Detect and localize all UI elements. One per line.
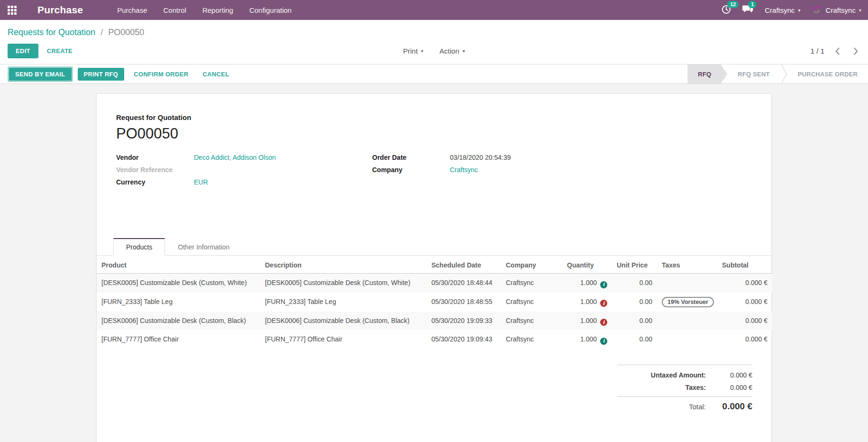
untaxed-amount-label: Untaxed Amount: — [651, 371, 706, 379]
taxes-row: Taxes: 0.000 € — [617, 381, 752, 394]
cell-subtotal: 0.000 € — [717, 274, 772, 293]
document-type-label: Request for Quotation — [116, 113, 752, 121]
header-description[interactable]: Description — [260, 256, 427, 274]
print-dropdown[interactable]: Print ▾ — [403, 47, 423, 55]
total-value: 0.000 € — [706, 401, 752, 412]
cancel-button[interactable]: CANCEL — [198, 68, 234, 81]
breadcrumb-parent-link[interactable]: Requests for Quotation — [8, 28, 95, 37]
cell-unit-price: 0.00 — [612, 293, 657, 312]
print-dropdown-label: Print — [403, 47, 418, 55]
cell-description: [DESK0005] Customizable Desk (Custom, Wh… — [260, 274, 427, 293]
currency-value[interactable]: EUR — [194, 178, 208, 186]
cell-taxes: 19% Vorsteuer — [657, 293, 717, 312]
control-panel: Requests for Quotation / PO00050 EDIT CR… — [0, 20, 868, 64]
cell-scheduled-date: 05/30/2020 19:09:33 — [427, 312, 501, 331]
menu-control[interactable]: Control — [164, 6, 186, 14]
forecast-info-icon[interactable]: i — [600, 338, 607, 345]
print-rfq-button[interactable]: PRINT RFQ — [78, 68, 125, 81]
header-company[interactable]: Company — [501, 256, 562, 274]
company-switcher[interactable]: Craftsync ▾ — [765, 6, 800, 14]
cell-company: Craftsync — [501, 293, 562, 312]
activities-button[interactable]: 12 — [722, 5, 731, 16]
action-dropdown[interactable]: Action ▾ — [439, 47, 465, 55]
header-subtotal[interactable]: Subtotal — [717, 256, 772, 274]
menu-reporting[interactable]: Reporting — [202, 6, 233, 14]
user-menu[interactable]: S Craftsync ▾ — [812, 4, 861, 16]
totals-block: Untaxed Amount: 0.000 € Taxes: 0.000 € T… — [617, 365, 752, 414]
app-title[interactable]: Purchase — [37, 4, 83, 16]
company-label: Company — [372, 166, 450, 174]
cell-product: [FURN_2333] Table Leg — [97, 293, 260, 312]
tab-other-information[interactable]: Other Information — [165, 238, 242, 256]
chevron-down-icon: ▾ — [859, 8, 861, 13]
vendor-value[interactable]: Deco Addict, Addison Olson — [194, 154, 276, 161]
taxes-value: 0.000 € — [706, 384, 752, 391]
cell-product: [DESK0006] Customizable Desk (Custom, Bl… — [97, 312, 260, 331]
control-panel-buttons: EDIT CREATE Print ▾ Action ▾ 1 / 1 — [8, 44, 860, 64]
action-dropdown-label: Action — [439, 47, 459, 55]
breadcrumb-current: PO00050 — [108, 28, 144, 37]
header-product[interactable]: Product — [97, 256, 260, 274]
cell-company: Craftsync — [501, 274, 562, 293]
field-group-left: Vendor Deco Addict, Addison Olson Vendor… — [116, 154, 372, 191]
cell-scheduled-date: 05/30/2020 18:48:44 — [427, 274, 501, 293]
cell-subtotal: 0.000 € — [717, 293, 772, 312]
status-step-rfq-sent[interactable]: RFQ SENT — [727, 64, 780, 83]
field-order-date: Order Date 03/18/2020 20:54:39 — [372, 154, 752, 166]
document-name: PO00050 — [116, 125, 752, 142]
messages-button[interactable]: 1 — [742, 5, 753, 16]
header-unit-price[interactable]: Unit Price — [612, 256, 657, 274]
pager-nav — [835, 47, 860, 55]
statusbar: SEND BY EMAIL PRINT RFQ CONFIRM ORDER CA… — [0, 64, 868, 84]
field-groups: Vendor Deco Addict, Addison Olson Vendor… — [97, 154, 771, 191]
apps-grid-icon[interactable] — [8, 6, 17, 15]
cell-taxes — [657, 330, 717, 349]
company-value[interactable]: Craftsync — [450, 166, 478, 174]
menu-configuration[interactable]: Configuration — [249, 6, 292, 14]
status-step-rfq[interactable]: RFQ — [687, 64, 727, 83]
quantity-value: 1.000 — [580, 279, 597, 286]
confirm-order-button[interactable]: CONFIRM ORDER — [129, 68, 193, 81]
header-scheduled-date[interactable]: Scheduled Date — [427, 256, 501, 274]
chevron-down-icon: ▾ — [798, 8, 801, 13]
header-taxes[interactable]: Taxes — [657, 256, 717, 274]
pager-previous-icon[interactable] — [835, 47, 840, 55]
table-row[interactable]: [DESK0005] Customizable Desk (Custom, Wh… — [97, 274, 772, 293]
pager: 1 / 1 — [465, 47, 860, 55]
control-panel-left: EDIT CREATE — [8, 44, 403, 58]
cell-quantity: 1.000i — [562, 274, 612, 293]
form-sheet: Request for Quotation PO00050 Vendor Dec… — [96, 93, 772, 442]
cell-product: [FURN_7777] Office Chair — [97, 330, 260, 349]
order-date-label: Order Date — [372, 154, 450, 161]
quantity-value: 1.000 — [580, 335, 597, 343]
table-row[interactable]: [DESK0006] Customizable Desk (Custom, Bl… — [97, 312, 772, 331]
breadcrumb-separator: / — [101, 28, 103, 37]
forecast-info-icon[interactable]: i — [600, 300, 607, 307]
untaxed-amount-value: 0.000 € — [706, 371, 752, 379]
menu-purchase[interactable]: Purchase — [117, 6, 147, 14]
cell-company: Craftsync — [501, 330, 562, 349]
cell-quantity: 1.000i — [562, 293, 612, 312]
chevron-down-icon: ▾ — [421, 48, 423, 54]
pager-next-icon[interactable] — [853, 47, 859, 55]
header-quantity[interactable]: Quantity — [562, 256, 612, 274]
tab-products[interactable]: Products — [113, 238, 165, 256]
tax-badge: 19% Vorsteuer — [662, 297, 714, 307]
edit-button[interactable]: EDIT — [8, 44, 38, 58]
forecast-info-icon[interactable]: i — [600, 319, 607, 326]
table-row[interactable]: [FURN_7777] Office Chair [FURN_7777] Off… — [97, 330, 772, 349]
field-vendor-reference: Vendor Reference — [116, 166, 372, 178]
chevron-down-icon: ▾ — [463, 48, 465, 54]
control-panel-center: Print ▾ Action ▾ — [403, 47, 465, 55]
currency-label: Currency — [116, 178, 194, 186]
title-block: Request for Quotation PO00050 — [97, 113, 771, 142]
create-button[interactable]: CREATE — [45, 44, 74, 58]
forecast-info-icon[interactable]: i — [600, 281, 607, 288]
cell-description: [FURN_2333] Table Leg — [260, 293, 427, 312]
cell-taxes — [657, 274, 717, 293]
send-by-email-button[interactable]: SEND BY EMAIL — [8, 66, 73, 82]
status-step-purchase-order[interactable]: PURCHASE ORDER — [787, 64, 868, 83]
cell-description: [DESK0006] Customizable Desk (Custom, Bl… — [260, 312, 427, 331]
field-vendor: Vendor Deco Addict, Addison Olson — [116, 154, 372, 166]
table-row[interactable]: [FURN_2333] Table Leg [FURN_2333] Table … — [97, 293, 772, 312]
